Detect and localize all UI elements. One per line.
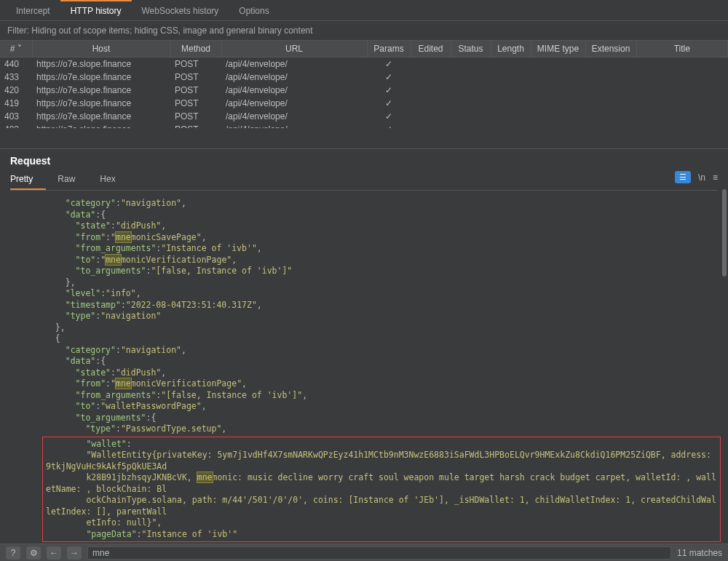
search-input[interactable] — [87, 546, 671, 560]
col-ext[interactable]: Extension — [585, 41, 636, 57]
req-tab-raw[interactable]: Raw — [58, 171, 88, 190]
request-title: Request — [10, 155, 718, 167]
main-tabs: Intercept HTTP history WebSockets histor… — [0, 0, 728, 21]
back-icon[interactable]: ← — [47, 546, 61, 560]
table-row[interactable]: 403https://o7e.slope.financePOST/api/4/e… — [0, 110, 728, 123]
match-count: 11 matches — [677, 548, 722, 558]
col-params[interactable]: Params — [367, 41, 411, 57]
col-num[interactable]: # ˅ — [0, 41, 32, 57]
col-edited[interactable]: Edited — [411, 41, 451, 57]
req-tab-pretty[interactable]: Pretty — [10, 171, 46, 190]
col-url[interactable]: URL — [221, 41, 367, 57]
filter-bar[interactable]: Filter: Hiding out of scope items; hidin… — [0, 21, 728, 41]
table-row[interactable]: 402https://o7e.slope.financePOST/api/4/e… — [0, 123, 728, 128]
col-length[interactable]: Length — [491, 41, 531, 57]
tab-http-history[interactable]: HTTP history — [60, 0, 132, 20]
settings-icon[interactable]: ⚙ — [26, 546, 41, 560]
bottom-bar: ? ⚙ ← → 11 matches — [0, 544, 728, 561]
table-row[interactable]: 440https://o7e.slope.financePOST/api/4/e… — [0, 57, 728, 71]
table-row[interactable]: 419https://o7e.slope.financePOST/api/4/e… — [0, 97, 728, 110]
col-title[interactable]: Title — [636, 41, 728, 57]
help-icon[interactable]: ? — [6, 546, 20, 560]
highlighted-wallet-block: "wallet": "WalletEntity{privateKey: 5ym7… — [42, 437, 721, 543]
menu-icon[interactable]: ≡ — [713, 172, 718, 183]
table-header-row: # ˅ Host Method URL Params Edited Status… — [0, 41, 728, 57]
table-row[interactable]: 433https://o7e.slope.financePOST/api/4/e… — [0, 71, 728, 84]
col-mime[interactable]: MIME type — [531, 41, 585, 57]
request-tabs: Pretty Raw Hex ☰ \n ≡ — [10, 171, 718, 191]
request-body[interactable]: "category":"navigation", "data":{ "state… — [0, 191, 728, 554]
tab-websockets[interactable]: WebSockets history — [132, 0, 229, 20]
tab-intercept[interactable]: Intercept — [6, 0, 60, 20]
col-method[interactable]: Method — [170, 41, 221, 57]
table-row[interactable]: 420https://o7e.slope.financePOST/api/4/e… — [0, 84, 728, 97]
newline-icon[interactable]: \n — [698, 172, 705, 183]
forward-icon[interactable]: → — [67, 546, 82, 560]
wrap-icon[interactable]: ☰ — [675, 171, 691, 183]
history-table: # ˅ Host Method URL Params Edited Status… — [0, 41, 728, 128]
scrollbar[interactable] — [722, 189, 727, 276]
col-status[interactable]: Status — [451, 41, 491, 57]
col-host[interactable]: Host — [32, 41, 170, 57]
req-tab-hex[interactable]: Hex — [100, 171, 128, 190]
tab-options[interactable]: Options — [229, 0, 279, 20]
